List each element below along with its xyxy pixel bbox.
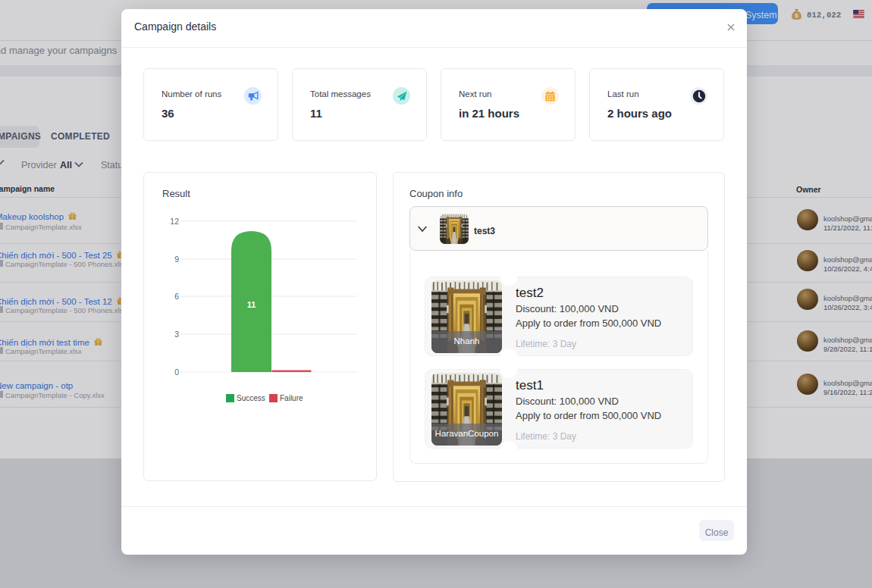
svg-text:Success: Success [237, 394, 265, 402]
svg-text:11: 11 [247, 300, 256, 309]
svg-text:6: 6 [174, 292, 179, 301]
svg-text:Failure: Failure [280, 394, 303, 402]
svg-text:9: 9 [174, 255, 179, 264]
svg-text:3: 3 [174, 330, 179, 339]
svg-text:0: 0 [174, 368, 179, 377]
svg-text:12: 12 [170, 217, 179, 226]
